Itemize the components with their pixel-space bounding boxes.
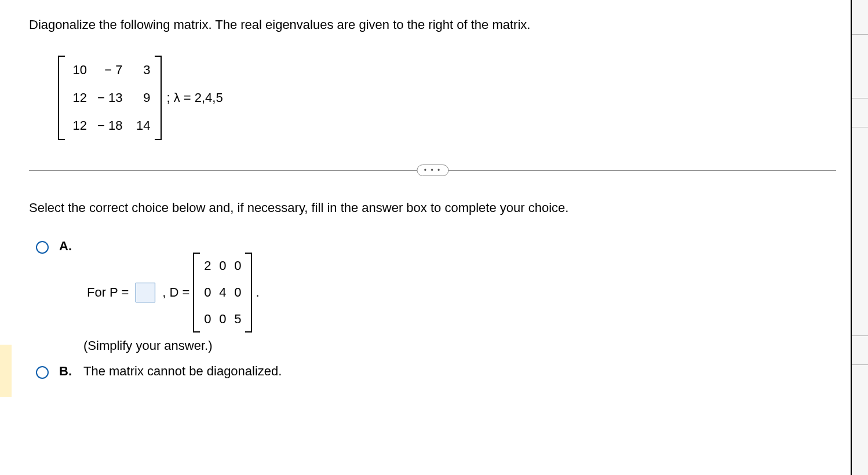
given-matrix-row: 10 − 7 3 12 − 13 9 12 − 18 14 ; λ = 2,4,…	[58, 56, 836, 140]
right-sidebar	[851, 0, 868, 475]
rail-segment[interactable]	[852, 0, 868, 35]
for-p-text: For P =	[87, 285, 129, 300]
answer-input-p[interactable]	[136, 283, 155, 302]
d-3-3: 5	[234, 312, 242, 327]
d-1-3: 0	[234, 258, 242, 273]
choice-b-text: The matrix cannot be diagonalized.	[83, 364, 282, 379]
simplify-note: (Simplify your answer.)	[83, 338, 263, 353]
d-1-1: 2	[203, 258, 211, 273]
period: .	[256, 285, 259, 300]
choice-a-body: For P = , D = 2 0 0 0 4 0 0 0	[83, 239, 263, 353]
m-3-1: 12	[70, 118, 87, 133]
m-2-3: 9	[133, 90, 150, 105]
d-bracket-left	[193, 253, 199, 332]
d-3-1: 0	[203, 312, 211, 327]
d-matrix-cells: 2 0 0 0 4 0 0 0 5	[199, 253, 246, 332]
rail-segment[interactable]	[852, 98, 868, 127]
choice-b-label: B.	[59, 364, 75, 379]
d-bracket-right	[246, 253, 252, 332]
d-matrix: 2 0 0 0 4 0 0 0 5	[193, 253, 252, 332]
d-2-1: 0	[203, 285, 211, 300]
m-3-2: − 18	[97, 118, 122, 133]
divider: • • •	[29, 163, 836, 177]
rail-segment[interactable]	[852, 336, 868, 365]
m-1-2: − 7	[97, 63, 122, 78]
d-2-3: 0	[234, 285, 242, 300]
bracket-left	[58, 56, 64, 140]
instruction-text: Select the correct choice below and, if …	[29, 200, 836, 215]
choice-a-label: A.	[59, 239, 75, 254]
m-3-3: 14	[133, 118, 150, 133]
eigenvalues-text: ; λ = 2,4,5	[166, 90, 223, 105]
m-2-1: 12	[70, 90, 87, 105]
more-options-pill[interactable]: • • •	[417, 165, 448, 176]
rail-segment[interactable]	[852, 127, 868, 336]
d-equals-text: , D =	[162, 285, 189, 300]
bracket-right	[156, 56, 162, 140]
d-2-2: 4	[218, 285, 227, 300]
radio-a[interactable]	[36, 241, 49, 254]
question-text: Diagonalize the following matrix. The re…	[29, 17, 836, 32]
page-root: Diagonalize the following matrix. The re…	[0, 0, 868, 475]
m-1-3: 3	[133, 63, 150, 78]
highlight-strip	[0, 345, 12, 397]
rail-segment[interactable]	[852, 365, 868, 475]
question-content: Diagonalize the following matrix. The re…	[29, 17, 836, 389]
radio-b[interactable]	[36, 366, 49, 379]
d-3-2: 0	[218, 312, 227, 327]
matrix-cells: 10 − 7 3 12 − 13 9 12 − 18 14	[64, 56, 156, 140]
choice-a-equation: For P = , D = 2 0 0 0 4 0 0 0	[83, 253, 263, 332]
choice-a: A. For P = , D = 2 0 0 0 4 0	[36, 239, 836, 353]
choice-b: B. The matrix cannot be diagonalized.	[36, 364, 836, 379]
given-matrix: 10 − 7 3 12 − 13 9 12 − 18 14	[58, 56, 162, 140]
m-1-1: 10	[70, 63, 87, 78]
rail-segment[interactable]	[852, 35, 868, 98]
d-1-2: 0	[218, 258, 227, 273]
m-2-2: − 13	[97, 90, 122, 105]
